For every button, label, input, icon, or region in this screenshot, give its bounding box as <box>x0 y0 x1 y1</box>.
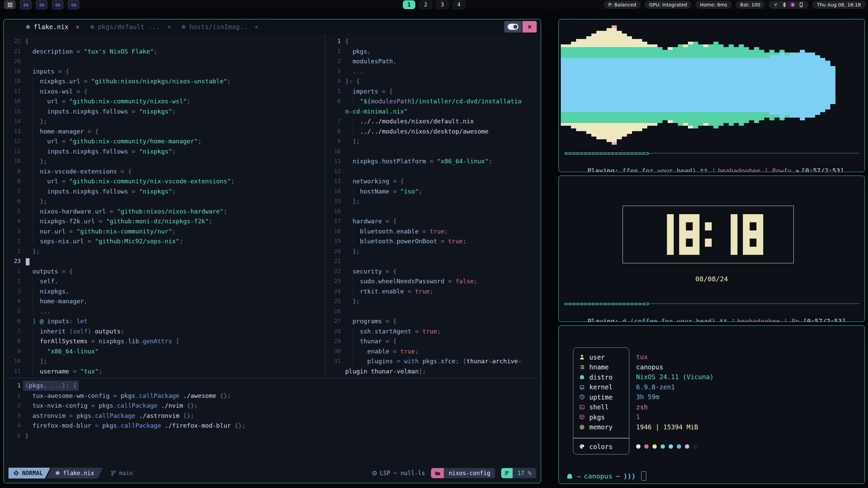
app-launcher-button[interactable] <box>4 0 16 9</box>
code-line[interactable]: 1 outputs = { <box>6 266 324 277</box>
system-tray[interactable] <box>769 1 808 9</box>
code-line[interactable]: 4 home-manager, <box>6 296 324 306</box>
code-line[interactable]: 3 ... <box>327 66 540 77</box>
code-line[interactable]: 20 }; <box>327 246 540 257</box>
pane-separator-vertical[interactable] <box>324 34 325 378</box>
workspace-tag-1[interactable]: 1 <box>403 0 415 9</box>
code-line[interactable]: 14 hostName = "iso"; <box>327 186 540 197</box>
tab-flake-nix[interactable]: ❄flake.nix× <box>25 23 80 30</box>
code-line[interactable]: 11 inputs.nixpkgs.follows = "nixpkgs"; <box>6 146 324 157</box>
code-line[interactable]: 8 url = "github:nix-community/nix-vscode… <box>6 176 324 186</box>
code-line[interactable]: 6 "${modulesPath}/installer/cd-dvd/insta… <box>327 96 540 106</box>
code-line[interactable]: 2 tux-nvim-config = pkgs.callPackage ./n… <box>6 401 322 411</box>
code-line[interactable]: 2 self, <box>6 276 324 286</box>
terminal-app-button[interactable]: $W <box>52 0 63 9</box>
code-line[interactable]: 29 thunar = { <box>327 336 540 346</box>
code-line[interactable]: 10 ]; <box>6 356 324 366</box>
code-line[interactable]: 18 bluetooth.enable = true; <box>327 226 540 237</box>
code-line[interactable]: 18 nixpkgs.url = "github:nixos/nixpkgs/n… <box>6 76 324 86</box>
tab-close-icon[interactable]: × <box>255 23 258 30</box>
shell-prompt[interactable]: → canopus ~ ))) <box>566 471 646 481</box>
workspace-tag-3[interactable]: 3 <box>436 0 449 9</box>
workspace-tag-2[interactable]: 2 <box>419 0 432 9</box>
code-line[interactable]: 3 nixpkgs, <box>6 286 324 297</box>
code-line[interactable]: 12 <box>327 166 540 177</box>
code-line[interactable]: 15 inputs.nixpkgs.follows = "nixpkgs"; <box>6 106 324 117</box>
code-line[interactable]: 14 }; <box>6 116 324 126</box>
code-line[interactable]: 24 rtkit.enable = true; <box>327 286 540 297</box>
tab-close-icon[interactable]: × <box>76 23 79 30</box>
code-line[interactable]: 16 <box>327 206 540 217</box>
code-line[interactable]: 25 }; <box>327 296 540 306</box>
terminal-app-button[interactable]: $W <box>36 0 47 9</box>
code-line[interactable]: 30 enable = true; <box>327 346 540 357</box>
terminal-app-button[interactable]: $W <box>68 0 79 9</box>
code-line[interactable]: plugin thunar-volman]; <box>327 366 540 377</box>
code-line[interactable]: 5 ... <box>6 306 324 317</box>
workspace-tag-4[interactable]: 4 <box>453 0 465 9</box>
code-line[interactable]: 4 nixpkgs-f2k.url = "github:moni-dz/nixp… <box>6 216 324 226</box>
code-line[interactable]: 7 inputs.nixpkgs.follows = "nixpkgs"; <box>6 186 324 197</box>
code-line[interactable]: 10 }; <box>6 156 324 166</box>
code-line[interactable]: 23 <box>6 256 324 266</box>
code-line[interactable]: 11 username = "tux"; <box>6 366 324 377</box>
code-line[interactable]: 11 nixpkgs.hostPlatform = "x86_64-linux"… <box>327 156 540 166</box>
code-line[interactable]: 23 sudo.wheelNeedsPassword = false; <box>327 276 540 286</box>
code-line[interactable]: 21 <box>327 256 540 266</box>
code-line[interactable]: 4}: { <box>327 76 540 86</box>
code-line[interactable]: 21 description = "tux's NixOS Flake"; <box>6 46 324 57</box>
code-line[interactable]: 2 sops-nix.url = "github:Mic92/sops-nix"… <box>6 236 324 246</box>
code-line[interactable]: 6 } @ inputs: let <box>6 316 324 326</box>
code-line[interactable]: n-cd-minimal.nix" <box>327 106 540 117</box>
code-line[interactable]: 3 nur.url = "github:nix-community/nur"; <box>6 226 324 237</box>
code-line[interactable]: 13 networking = { <box>327 176 540 186</box>
code-line[interactable]: 7 inherit (self) outputs; <box>6 326 324 337</box>
code-line[interactable]: 8 ../../modules/nixos/desktop/awesome <box>327 126 540 137</box>
window-close-button[interactable]: × <box>522 21 537 33</box>
code-line[interactable]: 27 programs = { <box>327 316 540 326</box>
code-line[interactable]: 1{pkgs, ...}: { <box>6 381 322 391</box>
code-line[interactable]: 20 <box>6 56 324 66</box>
code-line[interactable]: 26 <box>327 306 540 317</box>
code-line[interactable]: 9 nix-vscode-extensions = { <box>6 166 324 177</box>
code-line[interactable]: 8 forAllSystems = nixpkgs.lib.genAttrs [ <box>6 336 324 346</box>
code-line[interactable]: 31 plugins = with pkgs.xfce; [thunar-arc… <box>327 356 540 366</box>
code-pane-flake[interactable]: 22{21 description = "tux's NixOS Flake";… <box>6 36 324 376</box>
pane-separator-horizontal[interactable] <box>5 378 539 379</box>
code-line[interactable]: 12 url = "github:nix-community/home-mana… <box>6 136 324 146</box>
code-line[interactable]: 4 firefox-mod-blur = pkgs.callPackage ./… <box>6 421 322 431</box>
project-name: nixos-config <box>449 470 490 476</box>
code-line[interactable]: 5 imports = [ <box>327 86 540 97</box>
code-line[interactable]: 17 nixos-wsl = { <box>6 86 324 97</box>
tab-pkgs-default-[interactable]: ❄pkgs/default ...× <box>90 23 171 30</box>
code-line[interactable]: 5} <box>6 431 322 441</box>
code-line[interactable]: 19 inputs = { <box>6 66 324 77</box>
code-line[interactable]: 1{ <box>327 36 540 46</box>
code-pane-default[interactable]: 1{pkgs, ...}: {1 tux-awesome-wm-config =… <box>6 381 322 441</box>
code-line[interactable]: 1 }; <box>6 246 324 257</box>
code-line[interactable]: 28 ssh.startAgent = true; <box>327 326 540 337</box>
tab-hosts-isoImag-[interactable]: ❄hosts/isoImag..× <box>181 23 258 30</box>
toggle-button[interactable] <box>504 21 522 33</box>
code-line[interactable]: 5 nixos-hardware.url = "github:nixos/nix… <box>6 206 324 217</box>
code-line[interactable]: 17 hardware = { <box>327 216 540 226</box>
terminal-app-button[interactable]: $W <box>20 0 32 9</box>
code-line[interactable]: 6 }; <box>6 196 324 206</box>
code-line[interactable]: 15 }; <box>327 196 540 206</box>
code-line[interactable]: 16 url = "github:nix-community/nixos-wsl… <box>6 96 324 106</box>
code-line[interactable]: 3 astronvim = pkgs.callPackage ./astronv… <box>6 411 322 421</box>
code-pane-iso[interactable]: 1{1 pkgs,2 modulesPath,3 ...4}: {5 impor… <box>327 36 540 376</box>
code-line[interactable]: 22 security = { <box>327 266 540 277</box>
code-line[interactable]: 9 "x86_64-linux" <box>6 346 324 357</box>
code-line[interactable]: 1 pkgs, <box>327 46 540 57</box>
code-line[interactable]: 22{ <box>6 36 324 46</box>
code-line[interactable]: 7 ../../modules/nixos/default.nix <box>327 116 540 126</box>
code-line[interactable]: 9 ]; <box>327 136 540 146</box>
tab-close-icon[interactable]: × <box>167 23 171 30</box>
code-line[interactable]: 10 <box>327 146 540 157</box>
code-line[interactable]: 19 bluetooth.powerOnBoot = true; <box>327 236 540 246</box>
code-line[interactable]: 13 home-manager = { <box>6 126 324 137</box>
code-line[interactable]: 1 tux-awesome-wm-config = pkgs.callPacka… <box>6 391 322 401</box>
code-line[interactable]: 2 modulesPath, <box>327 56 540 66</box>
fetch-value-kernel: 6.9.8-zen1 <box>636 382 675 392</box>
